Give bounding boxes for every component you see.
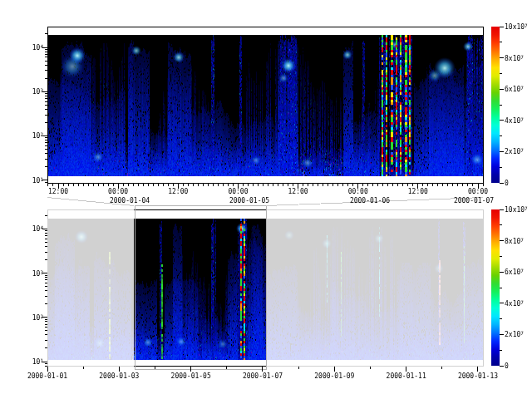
x-axis-date-label: 2000-01-07 [454,197,494,204]
colorbar-tick-label: 6x107 [505,86,524,93]
x-axis-time-label: 00:00 [348,188,368,195]
x-axis-date-label: 2000-01-09 [314,372,354,380]
x-axis-time-label: 12:00 [408,188,428,195]
spectrogram-canvas-top[interactable] [48,35,483,176]
selection-rectangle[interactable] [135,205,267,370]
colorbar-tick-label: 10x107 [505,23,528,31]
x-axis-date-label: 2000-01-04 [110,197,150,204]
x-axis-date-label: 2000-01-11 [387,372,426,380]
y-axis-tick-label: 102 [15,313,43,321]
y-axis-tick-label: 101 [15,358,43,366]
y-axis-tick-label: 103 [15,269,43,277]
spectrogram-figure: 10410310210110410310210112:0000:0012:000… [0,0,532,399]
x-axis-date-label: 2000-01-05 [229,197,269,204]
spectrogram-panel-top[interactable] [47,27,484,184]
colorbar-tick-label: 6x107 [505,268,524,276]
x-axis-date-label: 2000-01-06 [350,197,390,204]
colorbar-tick-label: 4x107 [505,299,524,307]
x-axis-date-label: 2000-01-07 [243,372,283,380]
x-axis-time-label: 12:00 [288,188,308,195]
y-axis-tick-label: 103 [15,88,43,96]
colorbar-tick-label: 8x107 [505,237,524,244]
x-axis-time-label: 00:00 [228,188,248,195]
y-axis-tick-label: 101 [15,176,43,184]
y-axis-tick-label: 102 [15,132,43,140]
y-axis-tick-label: 104 [15,44,43,52]
x-axis-time-label: 12:00 [168,188,188,195]
x-axis-date-label: 2000-01-03 [99,372,139,380]
colorbar-tick-label: 4x107 [505,116,524,124]
dim-overlay-right [266,209,484,367]
x-axis-date-label: 2000-01-01 [27,372,67,380]
x-axis-date-label: 2000-01-05 [171,372,211,380]
x-axis-time-label: 12:00 [48,188,68,195]
colorbar-tick-label: 0 [505,180,509,187]
colorbar-top [491,27,500,183]
colorbar-bottom [491,209,500,366]
colorbar-tick-label: 0 [505,362,509,370]
dim-overlay-left [47,209,134,367]
x-axis-time-label: 00:00 [108,188,128,195]
x-axis-date-label: 2000-01-13 [458,372,498,380]
colorbar-tick-label: 2x107 [505,331,524,338]
colorbar-tick-label: 8x107 [505,54,524,62]
x-axis-time-label: 00:00 [468,188,488,195]
colorbar-tick-label: 10x107 [505,206,528,214]
y-axis-tick-label: 104 [15,225,43,233]
colorbar-tick-label: 2x107 [505,148,524,155]
